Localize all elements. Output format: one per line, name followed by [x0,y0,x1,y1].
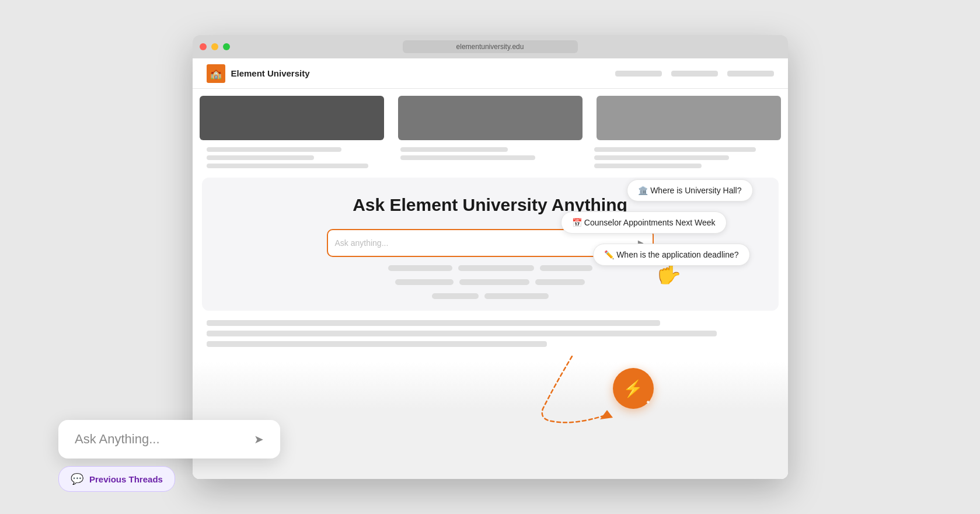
skeleton-line [400,147,508,152]
skeleton-line [594,155,729,160]
suggestion-chip-3[interactable]: ✏️ When is the application deadline? [593,244,749,266]
sparkle-icon: ✦ [646,399,650,405]
skeleton-line [400,155,535,160]
url-text: elementuniversity.edu [456,43,524,51]
skeleton-line [207,341,547,347]
nav-placeholders [615,71,774,77]
nav-placeholder-2 [671,71,718,77]
skeleton-line [207,155,315,160]
site-name: Element University [231,68,310,78]
tag-skeleton [432,293,479,299]
tag-skeleton [458,265,534,271]
minimize-button[interactable] [211,43,218,50]
browser-window: elementuniversity.edu 🏫 Element Universi… [193,35,788,479]
threads-icon: 💬 [71,473,83,485]
tag-skeleton [459,279,529,285]
tag-row-1 [388,265,592,271]
chip-2-text: Counselor Appointments Next Week [584,218,716,227]
svg-marker-2 [600,410,613,419]
chip-2-emoji: 📅 [572,218,582,227]
skeleton-line [207,164,368,168]
logo-icon: 🏫 [207,64,225,83]
skeleton-line [207,331,717,336]
prev-threads-label: Previous Threads [89,474,163,484]
tag-skeleton [535,279,585,285]
hero-img-2 [398,96,583,140]
tag-skeleton [395,279,454,285]
ask-box[interactable]: Ask Anything... ➤ [58,420,280,459]
logo-area: 🏫 Element University [207,64,310,83]
search-placeholder: Ask anything... [335,238,636,248]
ask-send-icon[interactable]: ➤ [254,432,264,446]
skeleton-line [207,147,341,152]
maximize-button[interactable] [223,43,230,50]
previous-threads-button[interactable]: 💬 Previous Threads [58,466,175,492]
chip-1-text: Where is University Hall? [650,186,741,195]
bottom-overlay [193,362,788,479]
nav-bar: 🏫 Element University [193,58,788,89]
tag-skeleton [540,265,592,271]
skeleton-line [594,164,702,168]
skeleton-section [193,147,788,168]
suggestion-chip-1[interactable]: 🏛️ Where is University Hall? [627,179,752,202]
hero-row [193,89,788,147]
hero-img-3 [597,96,781,140]
bottom-skeleton-area [193,311,788,361]
hero-img-1 [200,96,384,140]
bolt-button[interactable]: ⚡ ✦ [613,368,654,409]
chip-3-emoji: ✏️ [604,250,614,259]
svg-text:🏫: 🏫 [210,68,222,79]
ask-anything-text: Ask Anything... [75,432,160,447]
skeleton-line [207,320,661,326]
close-button[interactable] [200,43,207,50]
skeleton-line [594,147,756,152]
chip-3-text: When is the application deadline? [616,250,738,259]
page-content: Ask Element University Anything Ask anyt… [193,89,788,479]
chip-1-emoji: 🏛️ [638,186,648,195]
nav-placeholder-3 [727,71,774,77]
suggestion-chip-2[interactable]: 📅 Counselor Appointments Next Week [561,211,727,234]
tag-row-3 [432,293,549,299]
nav-placeholder-1 [615,71,662,77]
bolt-icon: ⚡ [623,379,643,398]
tag-row-2 [395,279,585,285]
title-bar: elementuniversity.edu [193,35,788,58]
tag-skeleton [484,293,549,299]
address-bar[interactable]: elementuniversity.edu [403,40,578,53]
tag-skeleton [388,265,452,271]
